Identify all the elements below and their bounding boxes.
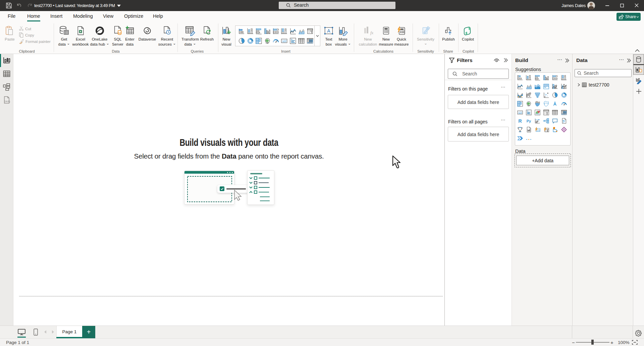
- svg-text:DAX: DAX: [4, 100, 9, 103]
